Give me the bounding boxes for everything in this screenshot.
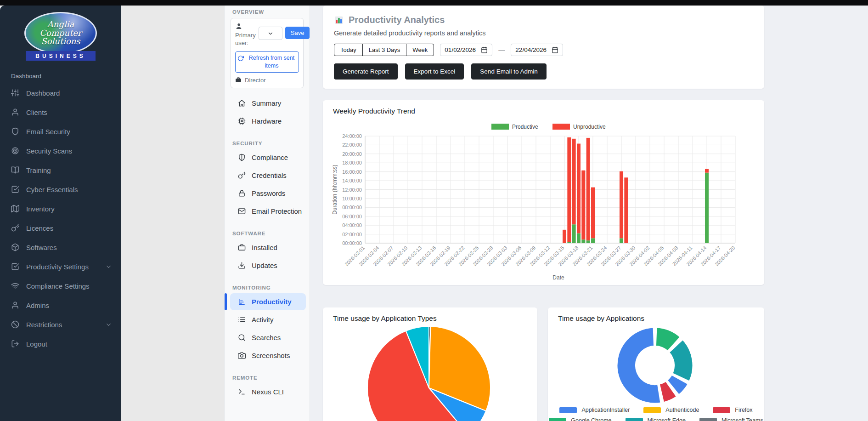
logo-line-1: Anglia <box>47 20 74 29</box>
house-icon <box>238 99 246 107</box>
export-to-excel-button[interactable]: Export to Excel <box>405 63 464 80</box>
subnav-item-compliance[interactable]: Compliance <box>230 149 306 166</box>
device-sidebar: OVERVIEW Primary user: Save Refresh from… <box>224 6 310 421</box>
sidebar-item-compliance-settings[interactable]: Compliance Settings <box>0 276 121 296</box>
sidebar-item-security-scans[interactable]: Security Scans <box>0 141 121 160</box>
svg-text:00:00:00: 00:00:00 <box>342 240 362 246</box>
legend-item-firefox: Firefox <box>713 407 752 413</box>
book-icon <box>11 166 19 174</box>
legend-item-authenticode: Authenticode <box>643 407 699 413</box>
user-icon <box>11 301 19 309</box>
subnav-item-email-protection[interactable]: Email Protection <box>230 203 306 220</box>
send-email-to-admin-button[interactable]: Send Email to Admin <box>471 63 546 80</box>
top-bar <box>0 0 868 6</box>
chevron-down-icon <box>267 30 274 37</box>
applications-card: Time usage by Applications ApplicationIn… <box>548 307 764 421</box>
chevron-down-icon <box>105 263 112 270</box>
camera-icon <box>238 352 246 359</box>
sidebar-item-label: Clients <box>26 108 47 116</box>
sidebar-item-label: Productivity Settings <box>26 263 89 271</box>
subnav-item-credentials[interactable]: Credentials <box>230 167 306 184</box>
sidebar-item-label: Cyber Essentials <box>26 186 78 193</box>
logo-line-3: Solutions <box>41 37 80 46</box>
sidebar-item-licences[interactable]: Licences <box>0 218 121 238</box>
legend-label: Authenticode <box>665 407 699 413</box>
page-title: Productivity Analytics <box>349 15 445 25</box>
save-button[interactable]: Save <box>285 27 310 39</box>
page-subtitle: Generate detailed productivity reports a… <box>323 29 764 37</box>
legend-swatch <box>643 407 661 413</box>
person-icon <box>235 23 242 30</box>
subnav-item-label: Email Protection <box>252 207 302 215</box>
svg-text:Unproductive: Unproductive <box>573 124 606 130</box>
subnav-item-searches[interactable]: Searches <box>230 329 306 346</box>
date-range-separator: — <box>498 46 505 54</box>
subnav-item-passwords[interactable]: Passwords <box>230 185 306 202</box>
refresh-from-sent-items-button[interactable]: Refresh from sent items <box>235 51 299 73</box>
subnav-item-installed[interactable]: Installed <box>230 239 306 256</box>
svg-text:24:00:00: 24:00:00 <box>342 133 362 139</box>
subnav-item-label: Updates <box>252 262 277 269</box>
subnav-item-label: Activity <box>252 316 274 324</box>
logo-banner: BUSINESS <box>26 51 96 61</box>
subnav-item-productivity[interactable]: Productivity <box>230 293 306 310</box>
subnav-item-screenshots[interactable]: Screenshots <box>230 347 306 364</box>
subnav-item-activity[interactable]: Activity <box>230 311 306 328</box>
sidebar-item-label: Inventory <box>26 205 55 213</box>
subnav-group-label-remote: REMOTE <box>225 375 310 381</box>
svg-text:10:00:00: 10:00:00 <box>342 196 362 201</box>
sidebar-item-cyber-essentials[interactable]: Cyber Essentials <box>0 180 121 199</box>
sidebar-item-clients[interactable]: Clients <box>0 102 121 122</box>
subnav-item-hardware[interactable]: Hardware <box>230 113 306 130</box>
subnav-item-summary[interactable]: Summary <box>230 95 306 112</box>
svg-text:Productive: Productive <box>512 124 538 130</box>
subnav-item-updates[interactable]: Updates <box>230 257 306 274</box>
sidebar-item-training[interactable]: Training <box>0 160 121 180</box>
primary-sidebar: Anglia Computer Solutions BUSINESS Dashb… <box>0 6 121 421</box>
check-square-icon <box>11 185 19 193</box>
calendar-icon[interactable] <box>552 46 558 53</box>
user-role: Director <box>245 77 266 84</box>
envelope-icon <box>238 207 246 215</box>
range-button-today[interactable]: Today <box>334 44 363 56</box>
search-icon <box>238 334 246 341</box>
svg-text:Duration (hh:mm:ss): Duration (hh:mm:ss) <box>332 165 338 215</box>
calendar-icon[interactable] <box>481 46 488 53</box>
legend-swatch <box>559 407 577 413</box>
sidebar-item-label: Licences <box>26 224 53 232</box>
date-to-input[interactable]: 22/04/2026 <box>511 44 563 56</box>
subnav-group-label-overview: OVERVIEW <box>225 9 310 15</box>
sidebar-item-label: Training <box>26 166 51 174</box>
date-from-input[interactable]: 01/02/2026 <box>440 44 492 56</box>
sidebar-item-restrictions[interactable]: Restrictions <box>0 315 121 334</box>
list-icon <box>238 316 246 324</box>
range-button-last-3-days[interactable]: Last 3 Days <box>362 44 407 56</box>
subnav-group-label-security: SECURITY <box>225 141 310 146</box>
subnav-item-label: Screenshots <box>252 352 290 359</box>
generate-report-button[interactable]: Generate Report <box>334 63 398 80</box>
legend-swatch <box>549 418 566 421</box>
range-button-week[interactable]: Week <box>406 44 434 56</box>
sidebar-item-inventory[interactable]: Inventory <box>0 199 121 218</box>
wifi-icon <box>11 282 19 290</box>
briefcase-icon <box>238 244 246 251</box>
sidebar-item-softwares[interactable]: Softwares <box>0 238 121 257</box>
sidebar-item-productivity-settings[interactable]: Productivity Settings <box>0 257 121 276</box>
subnav-item-label: Installed <box>252 244 277 251</box>
subnav-item-nexus-cli[interactable]: Nexus CLI <box>230 383 306 400</box>
briefcase-icon <box>235 77 242 83</box>
sidebar-item-logout[interactable]: Logout <box>0 334 121 353</box>
subnav-item-label: Passwords <box>252 189 285 197</box>
sidebar-item-admins[interactable]: Admins <box>0 296 121 315</box>
donut-legend-row: Google ChromeMicrosoft EdgeMicrosoft Tea… <box>549 417 763 421</box>
analytics-header-card: Productivity Analytics Generate detailed… <box>323 6 764 89</box>
sidebar-item-dashboard[interactable]: Dashboard <box>0 83 121 102</box>
sidebar-item-email-security[interactable]: Email Security <box>0 122 121 141</box>
range-button-group: TodayLast 3 DaysWeek <box>334 44 434 56</box>
sidebar-item-label: Softwares <box>26 244 57 251</box>
legend-item-microsoft-edge: Microsoft Edge <box>626 417 686 421</box>
primary-user-select[interactable] <box>259 27 282 40</box>
bullseye-icon <box>11 147 19 155</box>
legend-item-applicationinstaller: ApplicationInstaller <box>559 407 630 413</box>
weekly-trend-card: Weekly Productivity Trend 00:00:0002:00:… <box>323 100 764 285</box>
